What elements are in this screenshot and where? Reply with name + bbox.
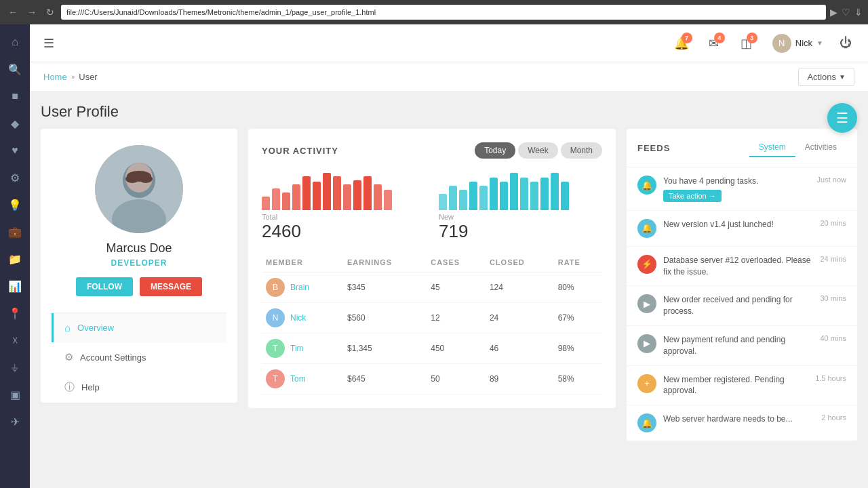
breadcrumb: Home » User bbox=[43, 72, 98, 82]
breadcrumb-home[interactable]: Home bbox=[43, 72, 67, 82]
member-cell: T Tim bbox=[262, 333, 343, 364]
logout-icon[interactable]: ⏻ bbox=[837, 33, 854, 53]
bar bbox=[551, 173, 559, 210]
bar bbox=[490, 178, 498, 210]
user-menu[interactable]: N Nick ▼ bbox=[767, 31, 829, 56]
breadcrumb-current: User bbox=[79, 72, 97, 82]
sidebar-send-icon[interactable]: ✈ bbox=[3, 409, 27, 434]
nav-item-help[interactable]: ⓘ Help bbox=[52, 372, 226, 403]
nav-label-account-settings: Account Settings bbox=[80, 352, 146, 363]
three-column-layout: Marcus Doe DEVELOPER FOLLOW MESSAGE ⌂ Ov… bbox=[41, 129, 857, 441]
nav-item-account-settings[interactable]: ⚙ Account Settings bbox=[52, 342, 226, 372]
actions-button[interactable]: Actions ▼ bbox=[798, 68, 854, 86]
sidebar-rss-icon[interactable]: ⏚ bbox=[3, 355, 27, 380]
mail-badge: 4 bbox=[714, 33, 725, 43]
cases-cell: 45 bbox=[427, 272, 486, 303]
sidebar-folder-icon[interactable]: 📁 bbox=[3, 247, 27, 271]
back-button[interactable]: ← bbox=[5, 5, 20, 19]
member-avatar: T bbox=[266, 339, 285, 358]
take-action-button[interactable]: Take action → bbox=[663, 190, 722, 202]
tab-week[interactable]: Week bbox=[518, 142, 557, 159]
menu-toggle-icon[interactable]: ☰ bbox=[43, 36, 54, 51]
notification-tasks-btn[interactable]: ◫ 3 bbox=[734, 31, 759, 56]
content-body: User Profile ☰ bbox=[30, 92, 868, 488]
feed-item: 🔔 Web server hardware needs to be... 2 h… bbox=[627, 405, 857, 441]
sidebar-window-icon[interactable]: ▣ bbox=[3, 382, 27, 407]
nav-item-overview[interactable]: ⌂ Overview bbox=[52, 313, 226, 342]
icon-sidebar: ⌂ 🔍 ■ ◆ ♥ ⚙ 💡 💼 📁 📊 📍 ☓ ⏚ ▣ ✈ bbox=[0, 24, 30, 488]
total-chart: Total 2460 bbox=[262, 169, 425, 242]
total-value: 2460 bbox=[262, 221, 425, 242]
feed-text: You have 4 pending tasks. bbox=[663, 176, 758, 187]
activity-tabs: Today Week Month bbox=[475, 142, 602, 159]
table-row: B Brain $345 45 124 80% bbox=[262, 272, 602, 303]
sidebar-diamond-icon[interactable]: ◆ bbox=[3, 111, 27, 136]
notification-mail-btn[interactable]: ✉ 4 bbox=[702, 31, 726, 56]
bar bbox=[363, 176, 372, 210]
sidebar-dashboard-icon[interactable]: ■ bbox=[3, 84, 27, 108]
feed-item: ▶ New payment refund and pending approva… bbox=[627, 326, 857, 366]
bar bbox=[500, 182, 508, 210]
earnings-cell: $560 bbox=[343, 303, 427, 333]
closed-cell: 89 bbox=[486, 364, 554, 394]
tab-month[interactable]: Month bbox=[561, 142, 602, 159]
nav-label-overview: Overview bbox=[77, 323, 114, 333]
browser-actions: ▶ ♡ ⇓ bbox=[830, 7, 863, 18]
profile-name: Marcus Doe bbox=[106, 241, 172, 256]
feed-icon: ▶ bbox=[637, 334, 656, 353]
middle-panel: YOUR ACTIVITY Today Week Month bbox=[248, 129, 616, 441]
feeds-tab-activities[interactable]: Activities bbox=[795, 138, 846, 157]
bar bbox=[510, 173, 518, 210]
bookmark-icon[interactable]: ♡ bbox=[842, 7, 850, 18]
table-row: N Nick $560 12 24 67% bbox=[262, 303, 602, 333]
feed-time: 30 mins bbox=[820, 294, 846, 302]
feeds-tab-system[interactable]: System bbox=[749, 138, 795, 157]
total-bars bbox=[262, 169, 425, 210]
download-icon[interactable]: ⇓ bbox=[854, 7, 863, 18]
bell-badge: 7 bbox=[682, 33, 692, 43]
feed-content: Database server #12 overloaded. Please f… bbox=[663, 255, 846, 278]
forward-button[interactable]: → bbox=[24, 5, 39, 19]
sidebar-briefcase-icon[interactable]: 💼 bbox=[3, 220, 27, 244]
feed-text: Web server hardware needs to be... bbox=[663, 413, 793, 425]
sidebar-search-icon[interactable]: 🔍 bbox=[3, 57, 27, 81]
sidebar-layers-icon[interactable]: ☓ bbox=[3, 328, 27, 352]
sidebar-home-icon[interactable]: ⌂ bbox=[3, 30, 27, 54]
sidebar-chart-icon[interactable]: 📊 bbox=[3, 274, 27, 298]
feed-item: 🔔 New version v1.4 just lunched! 20 mins bbox=[627, 211, 857, 247]
closed-cell: 24 bbox=[486, 303, 554, 333]
sidebar-settings-icon[interactable]: ⚙ bbox=[3, 165, 27, 190]
profile-nav: ⌂ Overview ⚙ Account Settings ⓘ Help bbox=[52, 312, 226, 403]
activity-card: YOUR ACTIVITY Today Week Month bbox=[248, 129, 616, 408]
sidebar-heart-icon[interactable]: ♥ bbox=[3, 138, 27, 163]
address-bar[interactable]: file:///C:/Users/Junaid/Downloads/Themes… bbox=[61, 5, 826, 20]
message-button[interactable]: MESSAGE bbox=[140, 277, 202, 296]
refresh-button[interactable]: ↻ bbox=[43, 5, 57, 19]
member-link[interactable]: Nick bbox=[290, 313, 306, 323]
th-member: MEMBER bbox=[262, 253, 343, 272]
floating-action-button[interactable]: ☰ bbox=[827, 103, 857, 133]
app-layout: ⌂ 🔍 ■ ◆ ♥ ⚙ 💡 💼 📁 📊 📍 ☓ ⏚ ▣ ✈ ☰ 🔔 7 ✉ 4 bbox=[0, 24, 868, 488]
cast-icon[interactable]: ▶ bbox=[830, 7, 837, 18]
feeds-header: FEEDS System Activities bbox=[627, 129, 857, 167]
feed-item: ⚡ Database server #12 overloaded. Please… bbox=[627, 247, 857, 287]
th-cases: CASES bbox=[427, 253, 486, 272]
member-link[interactable]: Tom bbox=[290, 374, 306, 384]
sidebar-bulb-icon[interactable]: 💡 bbox=[3, 192, 27, 217]
feed-text: New order received and pending for proce… bbox=[663, 294, 816, 317]
feed-item: ▶ New order received and pending for pro… bbox=[627, 286, 857, 326]
user-name: Nick bbox=[795, 38, 812, 48]
page-title: User Profile bbox=[41, 103, 857, 121]
feed-text: Database server #12 overloaded. Please f… bbox=[663, 255, 816, 278]
member-avatar: B bbox=[266, 278, 285, 297]
feeds-tabs: System Activities bbox=[749, 138, 846, 157]
follow-button[interactable]: FOLLOW bbox=[76, 277, 133, 296]
feed-time: 24 mins bbox=[820, 255, 846, 263]
member-link[interactable]: Brain bbox=[290, 283, 309, 292]
notification-bell-btn[interactable]: 🔔 7 bbox=[669, 31, 694, 56]
member-link[interactable]: Tim bbox=[290, 344, 304, 353]
tab-today[interactable]: Today bbox=[475, 142, 515, 159]
member-cell: N Nick bbox=[262, 303, 343, 333]
sidebar-location-icon[interactable]: 📍 bbox=[3, 301, 27, 325]
activity-title: YOUR ACTIVITY bbox=[262, 146, 338, 156]
